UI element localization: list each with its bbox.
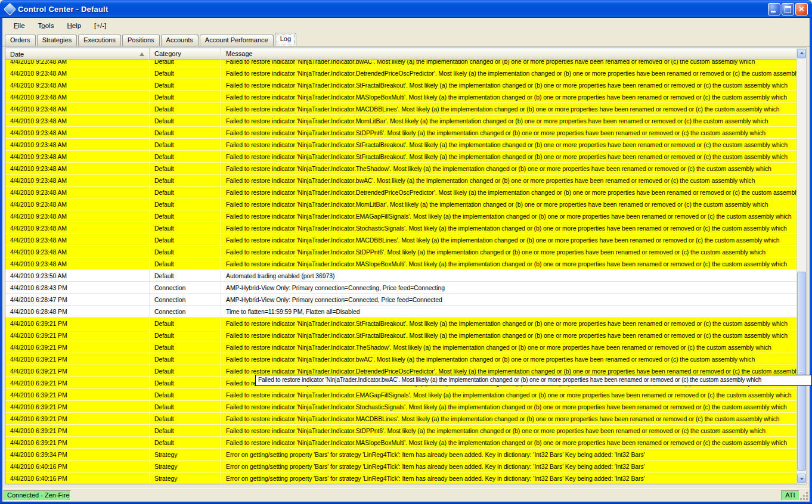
log-tab-page: Date Category Message 4/4/2010 9:23:48 A… xyxy=(2,46,810,488)
log-row[interactable]: 4/4/2010 6:39:21 PMDefaultFailed to rest… xyxy=(5,318,796,329)
log-row[interactable]: 4/4/2010 9:23:48 AMDefaultFailed to rest… xyxy=(5,115,796,127)
column-header-category[interactable]: Category xyxy=(150,48,221,60)
log-row[interactable]: 4/4/2010 6:28:47 PMConnectionAMP-Hybrid-… xyxy=(5,294,796,306)
menu-item-help[interactable]: Help xyxy=(60,20,88,31)
log-category-cell: Connection xyxy=(150,306,221,317)
column-header-date-label: Date xyxy=(10,51,24,58)
log-row[interactable]: 4/4/2010 6:39:21 PMDefaultFailed to rest… xyxy=(5,437,796,449)
log-row[interactable]: 4/4/2010 9:23:48 AMDefaultFailed to rest… xyxy=(5,246,796,258)
log-date-cell: 4/4/2010 6:40:16 PM xyxy=(5,472,150,484)
window-frame-bottom xyxy=(0,502,812,504)
log-row[interactable]: 4/4/2010 6:28:43 PMConnectionAMP-Hybrid-… xyxy=(5,282,796,294)
log-date-cell: 4/4/2010 6:40:16 PM xyxy=(5,461,150,472)
log-date-cell: 4/4/2010 9:23:48 AM xyxy=(5,79,150,91)
log-category-cell: Default xyxy=(150,270,221,281)
tab-strategies[interactable]: Strategies xyxy=(37,35,78,46)
log-category-cell: Default xyxy=(150,67,221,79)
log-row[interactable]: 4/4/2010 6:39:21 PMDefaultFailed to rest… xyxy=(5,329,796,341)
log-row[interactable]: 4/4/2010 9:23:48 AMDefaultFailed to rest… xyxy=(5,103,796,115)
tab-orders[interactable]: Orders xyxy=(5,35,36,46)
log-message-cell: Failed to restore indicator 'NinjaTrader… xyxy=(221,163,796,174)
log-date-cell: 4/4/2010 6:39:21 PM xyxy=(5,437,150,448)
log-category-cell: Default xyxy=(150,234,221,245)
log-category-cell: Default xyxy=(150,246,221,257)
log-category-cell: Default xyxy=(150,139,221,150)
log-category-cell: Default xyxy=(150,353,221,365)
log-date-cell: 4/4/2010 9:23:48 AM xyxy=(5,60,150,67)
scroll-down-icon[interactable] xyxy=(797,474,806,483)
log-message-cell: Failed to restore indicator 'NinjaTrader… xyxy=(221,60,796,67)
log-category-cell: Default xyxy=(150,258,221,269)
log-message-cell: Error on getting/setting property 'Bars'… xyxy=(221,449,796,460)
log-category-cell: Default xyxy=(150,103,221,114)
log-row[interactable]: 4/4/2010 6:39:21 PMDefaultFailed to rest… xyxy=(5,425,796,437)
log-category-cell: Default xyxy=(150,341,221,353)
log-row[interactable]: 4/4/2010 9:23:48 AMDefaultFailed to rest… xyxy=(5,127,796,139)
log-row[interactable]: 4/4/2010 9:23:48 AMDefaultFailed to rest… xyxy=(5,258,796,270)
log-row[interactable]: 4/4/2010 9:23:48 AMDefaultFailed to rest… xyxy=(5,186,796,198)
log-row[interactable]: 4/4/2010 9:23:48 AMDefaultFailed to rest… xyxy=(5,60,796,67)
app-icon[interactable] xyxy=(4,2,16,15)
maximize-button[interactable] xyxy=(782,3,794,15)
scroll-up-icon[interactable] xyxy=(797,49,806,58)
log-date-cell: 4/4/2010 9:23:48 AM xyxy=(5,91,150,102)
close-button[interactable] xyxy=(795,3,808,15)
log-row[interactable]: 4/4/2010 9:23:50 AMDefaultAutomated trad… xyxy=(5,270,796,282)
log-row[interactable]: 4/4/2010 9:23:48 AMDefaultFailed to rest… xyxy=(5,67,796,79)
log-row[interactable]: 4/4/2010 6:39:21 PMDefaultFailed to rest… xyxy=(5,353,796,365)
menu-item-expand-collapse[interactable]: [+/-] xyxy=(88,20,113,31)
log-row[interactable]: 4/4/2010 6:40:16 PMStrategyError on gett… xyxy=(5,461,796,472)
log-row[interactable]: 4/4/2010 9:23:48 AMDefaultFailed to rest… xyxy=(5,151,796,163)
log-row[interactable]: 4/4/2010 9:23:48 AMDefaultFailed to rest… xyxy=(5,210,796,222)
log-category-cell: Default xyxy=(150,222,221,234)
log-row[interactable]: 4/4/2010 6:40:16 PMStrategyError on gett… xyxy=(5,472,796,484)
log-message-cell: Automated trading enabled (port 36973) xyxy=(221,270,796,281)
log-date-cell: 4/4/2010 9:23:48 AM xyxy=(5,234,150,245)
tab-log[interactable]: Log xyxy=(275,33,296,46)
log-row[interactable]: 4/4/2010 6:39:21 PMDefaultFailed to rest… xyxy=(5,389,796,401)
resize-grip[interactable] xyxy=(801,492,809,500)
log-category-cell: Strategy xyxy=(150,449,221,460)
log-row[interactable]: 4/4/2010 6:39:21 PMDefaultFailed to rest… xyxy=(5,401,796,413)
tab-account-performance[interactable]: Account Performance xyxy=(200,35,274,46)
log-row[interactable]: 4/4/2010 9:23:48 AMDefaultFailed to rest… xyxy=(5,139,796,151)
tab-accounts[interactable]: Accounts xyxy=(161,35,199,46)
log-row[interactable]: 4/4/2010 9:23:48 AMDefaultFailed to rest… xyxy=(5,222,796,234)
log-row[interactable]: 4/4/2010 6:39:21 PMDefaultFailed to rest… xyxy=(5,413,796,425)
log-row[interactable]: 4/4/2010 9:23:48 AMDefaultFailed to rest… xyxy=(5,79,796,91)
log-date-cell: 4/4/2010 9:23:48 AM xyxy=(5,151,150,162)
log-row[interactable]: 4/4/2010 9:23:48 AMDefaultFailed to rest… xyxy=(5,91,796,103)
log-row[interactable]: 4/4/2010 9:23:48 AMDefaultFailed to rest… xyxy=(5,175,796,186)
log-date-cell: 4/4/2010 6:39:21 PM xyxy=(5,377,150,388)
log-date-cell: 4/4/2010 6:28:43 PM xyxy=(5,282,150,293)
ati-status-badge: ATI xyxy=(781,490,799,500)
column-header-message[interactable]: Message xyxy=(221,48,796,60)
log-row[interactable]: 4/4/2010 9:23:48 AMDefaultFailed to rest… xyxy=(5,163,796,175)
log-row[interactable]: 4/4/2010 6:28:48 PMConnectionTime to fla… xyxy=(5,306,796,318)
log-date-cell: 4/4/2010 9:23:48 AM xyxy=(5,127,150,138)
log-message-cell: Failed to restore indicator 'NinjaTrader… xyxy=(221,389,796,400)
log-category-cell: Default xyxy=(150,210,221,222)
log-date-cell: 4/4/2010 6:39:21 PM xyxy=(5,389,150,400)
vertical-scrollbar[interactable] xyxy=(796,48,807,484)
scrollbar-thumb[interactable] xyxy=(797,272,806,471)
log-date-cell: 4/4/2010 9:23:48 AM xyxy=(5,186,150,198)
log-row[interactable]: 4/4/2010 9:23:48 AMDefaultFailed to rest… xyxy=(5,234,796,246)
minimize-button[interactable] xyxy=(768,3,780,15)
tab-positions[interactable]: Positions xyxy=(122,35,160,46)
log-message-cell: Failed to restore indicator 'NinjaTrader… xyxy=(221,234,796,245)
log-category-cell: Default xyxy=(150,175,221,186)
column-header-date[interactable]: Date xyxy=(5,48,150,60)
log-row[interactable]: 4/4/2010 6:39:34 PMStrategyError on gett… xyxy=(5,449,796,461)
log-date-cell: 4/4/2010 9:23:50 AM xyxy=(5,270,150,281)
menu-item-file[interactable]: File xyxy=(7,20,32,31)
log-row[interactable]: 4/4/2010 9:23:48 AMDefaultFailed to rest… xyxy=(5,198,796,210)
log-date-cell: 4/4/2010 6:39:21 PM xyxy=(5,413,150,424)
log-message-cell: Failed to restore indicator 'NinjaTrader… xyxy=(221,186,796,198)
menu-item-tools[interactable]: Tools xyxy=(32,20,61,31)
tab-executions[interactable]: Executions xyxy=(78,35,121,46)
log-date-cell: 4/4/2010 9:23:48 AM xyxy=(5,258,150,269)
log-row[interactable]: 4/4/2010 6:39:21 PMDefaultFailed to rest… xyxy=(5,341,796,353)
log-date-cell: 4/4/2010 6:39:21 PM xyxy=(5,318,150,329)
log-message-cell: Error on getting/setting property 'Bars'… xyxy=(221,472,796,484)
